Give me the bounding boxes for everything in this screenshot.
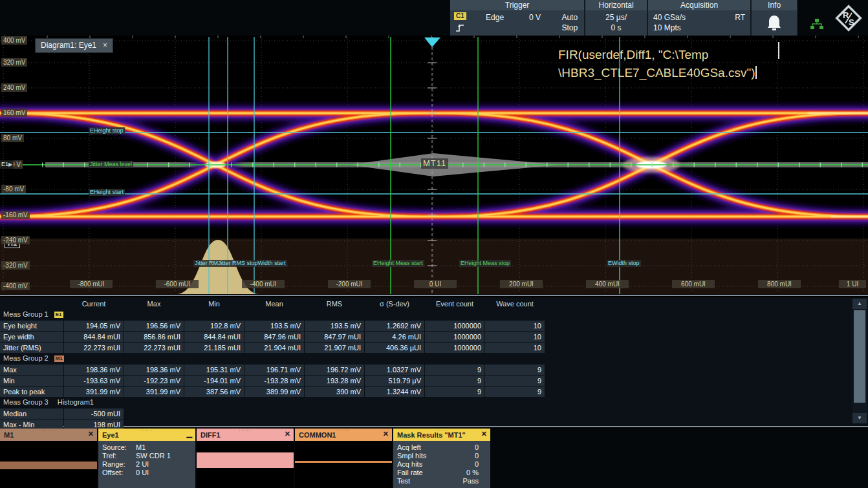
- meas-group-header[interactable]: Meas Group 1E1: [0, 310, 556, 320]
- drag-handle-icon[interactable]: ·····: [337, 427, 350, 433]
- column-header: Current: [64, 299, 124, 309]
- measurement-value: 9: [425, 376, 484, 386]
- signal-panel-header[interactable]: COMMON1·····✕: [295, 429, 392, 441]
- signal-panel-title: Eye1: [98, 431, 119, 439]
- table-row[interactable]: Eye height194.05 mV196.56 mV192.8 mV193.…: [0, 321, 556, 331]
- meas-group-name: Meas Group 3: [3, 398, 49, 406]
- x-axis-label: 0 UI: [414, 280, 457, 288]
- signal-panel-body[interactable]: [295, 441, 392, 488]
- record-length: 10 Mpts: [653, 23, 681, 32]
- acquisition-state: Stop: [561, 23, 578, 32]
- waveform-badge[interactable]: E1▶: [0, 160, 14, 169]
- table-row[interactable]: Max198.36 mV198.36 mV195.31 mV196.71 mV1…: [0, 365, 556, 375]
- measurement-value: 9: [485, 387, 545, 397]
- jitter-rms-width-labels: Jitter RMJitter RMS stopWidth start: [193, 260, 287, 267]
- table-row[interactable]: Median-500 mUI: [0, 408, 556, 419]
- close-icon[interactable]: ✕: [481, 430, 487, 438]
- trigger-section[interactable]: Trigger C1 Edge 0 V Auto Stop: [450, 0, 585, 36]
- info-label: Smpl hits: [397, 452, 426, 460]
- text-caret: [755, 66, 757, 79]
- info-label: Tref:: [102, 452, 136, 460]
- diagram-tab[interactable]: Diagram1: Eye1 ×: [36, 39, 113, 52]
- drag-handle-icon[interactable]: ·····: [239, 427, 252, 433]
- drag-handle-icon[interactable]: ·····: [140, 427, 153, 433]
- diagram-tab-label: Diagram1: Eye1: [41, 39, 96, 52]
- info-row: Smpl hits0: [393, 452, 490, 460]
- meas-group-header[interactable]: Meas Group 2M1: [0, 354, 556, 364]
- measurement-value: 9: [485, 376, 545, 386]
- trigger-source-badge: C1: [454, 12, 466, 20]
- acquisition-section[interactable]: Acquisition 40 GSa/s RT 10 Mpts: [648, 0, 752, 36]
- close-icon[interactable]: ✕: [285, 430, 290, 438]
- fir-expression-label[interactable]: FIR(userdef,Diff1, "C:\Temp\HBR3_CTLE7_C…: [558, 46, 791, 82]
- horizontal-section[interactable]: Horizontal 25 µs/ 0 s: [585, 0, 648, 36]
- jitter-meas-level-label: Jitter Meas level: [89, 161, 133, 168]
- rohde-schwarz-logo: R S: [832, 1, 865, 35]
- measurement-value: -192.23 mV: [124, 376, 184, 386]
- signal-panel-eye1: Eye1·····▁Source:M1Tref:SW CDR 1Range:2 …: [98, 429, 195, 488]
- measurement-value: -193.63 mV: [64, 376, 124, 386]
- measurement-value: 196.56 mV: [124, 321, 184, 331]
- signal-panel-header[interactable]: Eye1·····▁: [98, 429, 195, 441]
- results-scrollbar[interactable]: ▲ ▼: [852, 299, 867, 423]
- minimize-icon[interactable]: ▁: [187, 430, 192, 438]
- close-icon[interactable]: ✕: [88, 430, 94, 438]
- measurement-value: 21.907 mUI: [305, 343, 364, 353]
- meas-group-name: Meas Group 1: [3, 310, 49, 318]
- trigger-type: Edge: [486, 13, 504, 22]
- info-row: Fail rate0 %: [393, 469, 490, 477]
- network-status-icon: [810, 17, 824, 32]
- info-section[interactable]: Info: [752, 0, 798, 36]
- diagram-tab-close-icon[interactable]: ×: [103, 39, 107, 52]
- signal-panel-body[interactable]: [0, 441, 97, 488]
- info-value: 0: [475, 443, 486, 452]
- signal-panel-body[interactable]: [197, 441, 294, 488]
- table-row[interactable]: Min-193.63 mV-192.23 mV-194.01 mV-193.28…: [0, 376, 556, 386]
- y-axis-label: -160 mV: [1, 211, 30, 219]
- info-label: Test: [397, 477, 410, 485]
- fir-cursor-bar: [778, 42, 779, 59]
- scrollbar-up-icon[interactable]: ▲: [852, 299, 867, 309]
- y-axis-label: 400 mV: [1, 36, 27, 45]
- signal-panel-header[interactable]: Mask Results "MT1"·····✕: [393, 429, 490, 441]
- signal-panel-body[interactable]: Source:M1Tref:SW CDR 1Range:2 UIOffset:0…: [98, 441, 195, 488]
- measurement-value: 391.99 mV: [64, 387, 124, 397]
- measurement-value: 10: [485, 332, 545, 342]
- drag-handle-icon[interactable]: ·····: [42, 427, 55, 433]
- mask-test-label: MT11: [421, 158, 448, 169]
- scrollbar-down-icon[interactable]: ▼: [852, 413, 867, 423]
- notification-bell-icon[interactable]: [766, 14, 783, 33]
- column-header: σ (S-dev): [365, 299, 424, 309]
- fir-line-2: \HBR3_CTLE7_CABLE40GSa.csv"): [558, 66, 755, 80]
- svg-text:S: S: [849, 17, 854, 27]
- trigger-position-marker[interactable]: [424, 37, 440, 47]
- table-row[interactable]: Jitter (RMS)22.273 mUI22.273 mUI21.185 m…: [0, 343, 556, 353]
- x-axis-label: -600 mUI: [156, 280, 199, 288]
- table-row[interactable]: Eye width844.84 mUI856.86 mUI844.84 mUI8…: [0, 332, 556, 342]
- waveform-preview: [0, 461, 97, 469]
- signal-panel-body[interactable]: Acq left0Smpl hits0Acq hits0Fail rate0 %…: [393, 441, 490, 488]
- table-row[interactable]: Peak to peak391.99 mV391.99 mV387.56 mV3…: [0, 387, 556, 397]
- info-value: 0: [475, 452, 486, 460]
- signal-panel-m1: M1·····✕: [0, 429, 97, 488]
- eye-diagram-area[interactable]: Diagram1: Eye1 × FIR(userdef,Diff1, "C:\…: [0, 36, 868, 296]
- measurement-name: Min: [0, 376, 63, 386]
- fir-line-1: FIR(userdef,Diff1, "C:\Temp: [558, 48, 708, 61]
- drag-handle-icon[interactable]: ·····: [435, 427, 448, 433]
- top-status-bar: Trigger C1 Edge 0 V Auto Stop Horizontal…: [0, 0, 868, 36]
- measurement-value: 391.99 mV: [124, 387, 184, 397]
- signal-panel-mask-results-mt1: Mask Results "MT1"·····✕Acq left0Smpl hi…: [393, 429, 490, 488]
- signal-panel-header[interactable]: DIFF1·····✕: [197, 429, 294, 441]
- horizontal-section-title: Horizontal: [585, 0, 647, 10]
- info-row: Acq left0: [393, 443, 490, 452]
- close-icon[interactable]: ✕: [383, 430, 389, 438]
- info-value: 0 %: [466, 469, 486, 477]
- signal-panel-header[interactable]: M1·····✕: [0, 429, 97, 441]
- x-axis-label: 800 mUI: [758, 280, 801, 288]
- scrollbar-thumb[interactable]: [854, 310, 865, 403]
- measurement-value: 9: [425, 387, 484, 397]
- meas-group-header[interactable]: Meas Group 3Histogram1: [0, 398, 556, 408]
- measurement-value: 10: [485, 321, 545, 331]
- column-header: Mean: [244, 299, 304, 309]
- measurement-value: 844.84 mUI: [64, 332, 124, 342]
